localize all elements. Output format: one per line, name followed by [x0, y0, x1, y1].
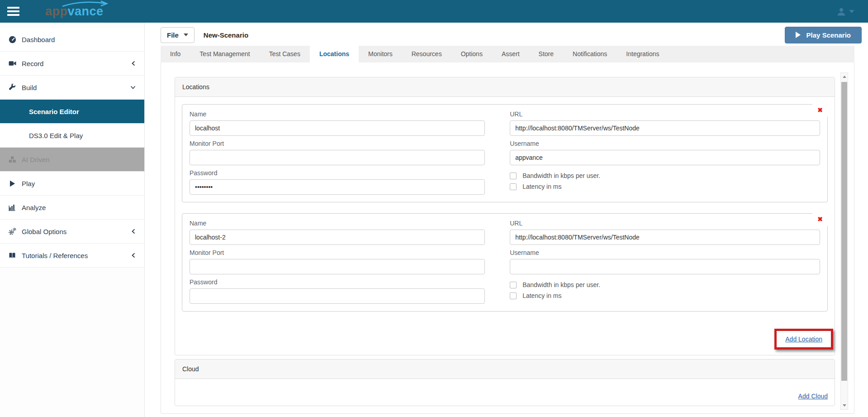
add-location-link[interactable]: Add Location	[785, 336, 822, 343]
sidebar-item-ds3-edit-play[interactable]: DS3.0 Edit & Play	[0, 124, 144, 148]
name-label: Name	[190, 110, 485, 118]
sidebar-item-label: Tutorials / References	[22, 252, 88, 259]
caret-down-icon	[184, 34, 188, 36]
tab-notifications[interactable]: Notifications	[563, 46, 617, 62]
sidebar-item-tutorials-references[interactable]: Tutorials / References	[0, 244, 144, 268]
sidebar-item-global-options[interactable]: Global Options	[0, 220, 144, 244]
bandwidth-checkbox[interactable]	[510, 173, 517, 179]
bandwidth-checkbox-label: Bandwidth in kbps per user.	[522, 281, 600, 288]
sidebar-item-analyze[interactable]: Analyze	[0, 196, 144, 220]
menu-icon[interactable]	[7, 5, 19, 18]
username-input[interactable]	[510, 150, 820, 165]
scenario-tabs: Info Test Management Test Cases Location…	[161, 46, 854, 62]
monitor-port-label: Monitor Port	[190, 249, 485, 256]
location-card-2: Name Monitor Port Password URL Username	[182, 213, 828, 312]
password-label: Password	[190, 169, 485, 177]
tab-locations[interactable]: Locations	[310, 46, 359, 62]
sidebar-item-label: Play	[22, 180, 35, 187]
user-menu[interactable]	[837, 7, 854, 16]
tab-assert[interactable]: Assert	[492, 46, 529, 62]
url-label: URL	[510, 220, 820, 227]
sidebar-item-label: Analyze	[22, 204, 46, 211]
sidebar-item-scenario-editor[interactable]: Scenario Editor	[0, 100, 144, 124]
sidebar-item-label: AI Driven	[22, 156, 50, 163]
sidebar-item-dashboard[interactable]: Dashboard	[0, 28, 144, 52]
sidebar-item-label: Dashboard	[22, 36, 55, 43]
tab-test-management[interactable]: Test Management	[190, 46, 259, 62]
tab-store[interactable]: Store	[529, 46, 563, 62]
tab-test-cases[interactable]: Test Cases	[260, 46, 310, 62]
logo-arrow-icon	[61, 0, 111, 8]
sidebar-item-label: Scenario Editor	[29, 108, 79, 115]
vertical-scrollbar[interactable]	[840, 72, 848, 410]
appvance-logo: appvance	[45, 5, 104, 18]
password-input[interactable]	[190, 288, 485, 304]
scrollbar-thumb[interactable]	[841, 82, 847, 381]
sidebar-item-label: Build	[22, 84, 37, 91]
sidebar-item-label: Record	[22, 60, 43, 67]
add-cloud-link[interactable]: Add Cloud	[798, 393, 828, 400]
wrench-icon	[8, 84, 17, 91]
url-input[interactable]	[510, 230, 820, 245]
tab-info[interactable]: Info	[161, 46, 190, 62]
bandwidth-checkbox-label: Bandwidth in kbps per user.	[522, 172, 600, 179]
location-card-1: Name Monitor Port Password URL Username	[182, 104, 828, 202]
tab-options[interactable]: Options	[451, 46, 492, 62]
triangle-up-icon	[843, 76, 846, 78]
latency-checkbox[interactable]	[510, 183, 517, 190]
file-menu-button[interactable]: File	[161, 27, 194, 43]
play-icon	[8, 180, 17, 187]
sidebar-item-ai-driven: AI Driven	[0, 148, 144, 172]
triangle-down-icon	[843, 404, 846, 407]
locations-panel: Locations Name Monitor Port Password	[175, 77, 835, 355]
cubes-icon	[8, 156, 17, 163]
remove-location-button[interactable]: ✖	[812, 104, 828, 117]
latency-checkbox-label: Latency in ms	[522, 183, 561, 190]
play-scenario-button[interactable]: Play Scenario	[785, 27, 862, 43]
annotation-highlight-box: Add Location	[774, 329, 833, 350]
cloud-panel: Cloud Add Cloud	[175, 359, 835, 406]
book-icon	[8, 252, 17, 259]
monitor-port-label: Monitor Port	[190, 140, 485, 147]
url-input[interactable]	[510, 120, 820, 136]
file-menu-label: File	[167, 31, 179, 39]
play-icon	[796, 32, 801, 38]
username-label: Username	[510, 140, 820, 147]
name-input[interactable]	[190, 120, 485, 136]
chevron-down-icon	[130, 85, 136, 90]
main-content: File New-Scenario Play Scenario Info Tes…	[145, 23, 868, 417]
tab-resources[interactable]: Resources	[402, 46, 451, 62]
chevron-left-icon	[131, 60, 136, 67]
password-input[interactable]	[190, 179, 485, 195]
video-camera-icon	[8, 60, 17, 67]
bar-chart-icon	[8, 204, 17, 211]
scenario-header: File New-Scenario Play Scenario	[145, 23, 868, 45]
monitor-port-input[interactable]	[190, 150, 485, 165]
page-title: New-Scenario	[204, 31, 248, 39]
username-input[interactable]	[510, 259, 820, 274]
bandwidth-checkbox[interactable]	[510, 282, 517, 288]
cloud-panel-title: Cloud	[175, 359, 835, 379]
play-scenario-label: Play Scenario	[806, 31, 851, 39]
tab-integrations[interactable]: Integrations	[617, 46, 669, 62]
tab-content-panel: Locations Name Monitor Port Password	[161, 62, 854, 414]
sidebar-item-label: Global Options	[22, 228, 66, 235]
tab-monitors[interactable]: Monitors	[359, 46, 402, 62]
top-bar: appvance	[0, 0, 868, 23]
name-input[interactable]	[190, 230, 485, 245]
sidebar: Dashboard Record Build Scenario Editor D	[0, 23, 145, 417]
sidebar-item-record[interactable]: Record	[0, 52, 144, 76]
scroll-down-button[interactable]	[841, 402, 848, 409]
chevron-left-icon	[131, 252, 136, 259]
latency-checkbox[interactable]	[510, 292, 517, 299]
url-label: URL	[510, 110, 820, 118]
username-label: Username	[510, 249, 820, 256]
latency-checkbox-label: Latency in ms	[522, 292, 561, 299]
gears-icon	[8, 228, 17, 235]
locations-panel-title: Locations	[175, 77, 835, 97]
sidebar-item-play[interactable]: Play	[0, 172, 144, 196]
remove-location-button[interactable]: ✖	[812, 213, 828, 226]
scroll-up-button[interactable]	[841, 73, 848, 81]
monitor-port-input[interactable]	[190, 259, 485, 274]
sidebar-item-build[interactable]: Build	[0, 76, 144, 100]
